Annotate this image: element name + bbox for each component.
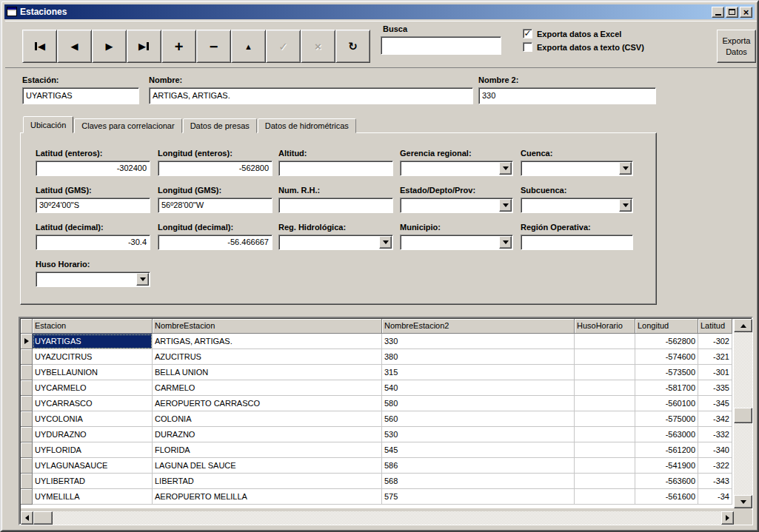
huso-horario-select[interactable] [36,272,150,287]
municipio-select[interactable] [400,235,513,250]
next-button[interactable]: ▶ [92,30,127,63]
cell-longitud[interactable]: -573500 [635,365,698,380]
dropdown-button[interactable] [619,162,632,175]
cell-husohorario[interactable] [575,442,635,458]
cancel-button[interactable]: × [301,30,335,63]
cell-husohorario[interactable] [575,489,635,505]
cell-nombreestacion[interactable]: CARMELO [153,380,382,396]
cell-longitud[interactable]: -575000 [635,411,698,427]
row-indicator[interactable] [21,458,33,474]
row-indicator[interactable] [21,365,33,380]
cell-latitud[interactable]: -343 [698,474,732,489]
cell-latitud[interactable]: -301 [698,365,732,380]
cell-longitud[interactable]: -563600 [635,474,698,489]
table-row[interactable]: UYLAGUNASAUCELAGUNA DEL SAUCE586-541900-… [21,458,732,474]
exporta-datos-button[interactable]: Exporta Datos [717,30,756,63]
latitud-gms-input[interactable]: 30º24'00"S [36,198,150,213]
cell-estacion[interactable]: UYBELLAUNION [33,365,153,380]
cell-nombreestacion2[interactable]: 380 [382,349,575,365]
row-indicator[interactable] [21,489,33,505]
table-row[interactable]: UYCARRASCOAEROPUERTO CARRASCO580-560100-… [21,396,732,411]
last-button[interactable]: ▶ [127,30,161,63]
edit-button[interactable]: ▲ [231,30,266,63]
cell-estacion[interactable]: UYCARRASCO [33,396,153,411]
tab-datos-de-hidrom-tricas[interactable]: Datos de hidrométricas [258,118,356,133]
cell-nombreestacion2[interactable]: 560 [382,411,575,427]
estacion-input[interactable]: UYARTIGAS [22,87,139,104]
dropdown-button[interactable] [619,199,632,212]
cell-nombreestacion[interactable]: FLORIDA [153,442,382,458]
checkbox-csv[interactable]: ✓ Exporta datos a texto (CSV) [523,42,644,52]
longitud-decimal-input[interactable]: -56.466667 [158,235,272,250]
cell-longitud[interactable]: -581700 [635,380,698,396]
row-indicator[interactable] [21,349,33,365]
cell-nombreestacion2[interactable]: 586 [382,458,575,474]
cell-longitud[interactable]: -562800 [635,334,698,349]
scroll-right-button[interactable] [721,511,734,525]
scroll-down-button[interactable] [734,495,752,508]
cell-nombreestacion[interactable]: AEROPUERTO CARRASCO [153,396,382,411]
estado-depto-prov-select[interactable] [400,198,513,213]
longitud-enteros-input[interactable]: -562800 [158,161,272,176]
table-row[interactable]: UYFLORIDAFLORIDA545-561200-340 [21,442,732,458]
cell-estacion[interactable]: UYMELILLA [33,489,153,505]
scroll-up-button[interactable] [734,319,752,332]
longitud-gms-input[interactable]: 56º28'00"W [158,198,272,213]
cell-husohorario[interactable] [575,396,635,411]
cell-nombreestacion2[interactable]: 330 [382,334,575,349]
cell-nombreestacion[interactable]: ARTIGAS, ARTIGAS. [153,334,382,349]
latitud-decimal-input[interactable]: -30.4 [36,235,150,250]
dropdown-button[interactable] [379,236,392,249]
busca-input[interactable] [381,36,501,55]
cell-husohorario[interactable] [575,349,635,365]
cell-longitud[interactable]: -560100 [635,396,698,411]
vertical-scrollbar[interactable] [734,319,752,508]
cell-estacion[interactable]: UYLIBERTAD [33,474,153,489]
row-indicator[interactable] [21,396,33,411]
cell-estacion[interactable]: UYAZUCITRUS [33,349,153,365]
cell-husohorario[interactable] [575,365,635,380]
first-button[interactable]: ◀ [22,30,57,63]
cell-latitud[interactable]: -321 [698,349,732,365]
post-button[interactable]: ✓ [266,30,301,63]
cell-nombreestacion2[interactable]: 530 [382,427,575,442]
row-indicator[interactable] [21,474,33,489]
cell-estacion[interactable]: UYLAGUNASAUCE [33,458,153,474]
cell-latitud[interactable]: -345 [698,396,732,411]
dropdown-button[interactable] [136,273,149,286]
latitud-enteros-input[interactable]: -302400 [36,161,150,176]
cell-nombreestacion[interactable]: COLONIA [153,411,382,427]
row-indicator[interactable] [21,427,33,442]
tab-datos-de-presas[interactable]: Datos de presas [183,118,257,133]
cell-latitud[interactable]: -322 [698,458,732,474]
dropdown-button[interactable] [499,199,512,212]
row-indicator[interactable] [21,411,33,427]
cell-nombreestacion[interactable]: DURAZNO [153,427,382,442]
cell-nombreestacion2[interactable]: 568 [382,474,575,489]
cell-longitud[interactable]: -541900 [635,458,698,474]
delete-button[interactable]: − [196,30,231,63]
close-button[interactable]: × [740,7,752,18]
horizontal-scrollbar[interactable] [21,511,734,525]
reg-hidrologica-select[interactable] [278,235,393,250]
cell-estacion[interactable]: UYARTIGAS [33,334,153,349]
cell-nombreestacion[interactable]: AEROPUERTO MELILLA [153,489,382,505]
cell-nombreestacion[interactable]: LIBERTAD [153,474,382,489]
tab-claves-para-correlacionar[interactable]: Claves para correlacionar [74,118,181,133]
cell-nombreestacion2[interactable]: 315 [382,365,575,380]
horizontal-scroll-thumb[interactable] [33,511,53,525]
cell-latitud[interactable]: -342 [698,411,732,427]
cell-nombreestacion[interactable]: AZUCITRUS [153,349,382,365]
table-row[interactable]: UYARTIGASARTIGAS, ARTIGAS.330-562800-302 [21,334,732,349]
region-operativa-input[interactable] [521,235,633,250]
cell-latitud[interactable]: -34 [698,489,732,505]
subcuenca-select[interactable] [521,198,633,213]
table-row[interactable]: UYAZUCITRUSAZUCITRUS380-574600-321 [21,349,732,365]
cell-estacion[interactable]: UYCOLONIA [33,411,153,427]
cell-nombreestacion2[interactable]: 540 [382,380,575,396]
cell-latitud[interactable]: -340 [698,442,732,458]
cell-nombreestacion2[interactable]: 575 [382,489,575,505]
altitud-input[interactable] [278,161,393,176]
cell-longitud[interactable]: -574600 [635,349,698,365]
cell-husohorario[interactable] [575,411,635,427]
